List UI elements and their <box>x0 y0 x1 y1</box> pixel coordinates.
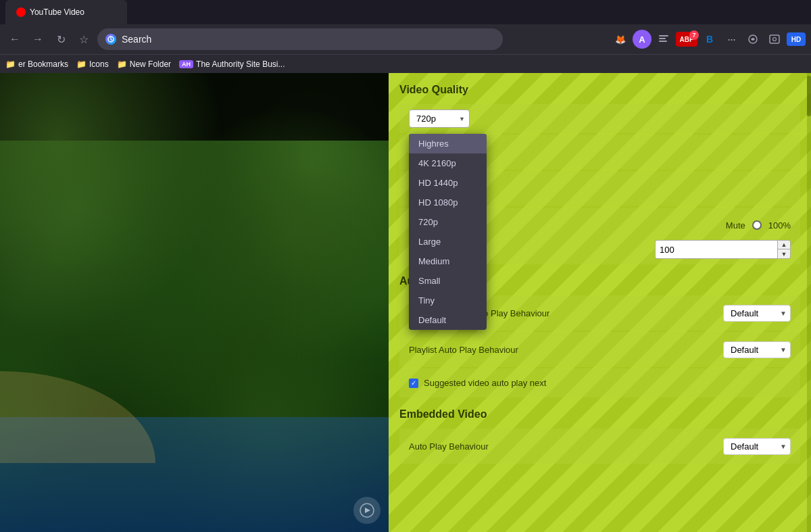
video-quality-card: 720p Highres 4K 2160p HD 1440p HD 1080p … <box>399 104 800 133</box>
active-tab[interactable]: YouTube Video <box>5 0 127 24</box>
settings-panel: Video Quality 720p Highres 4K 2160p HD 1… <box>389 73 811 532</box>
quality-option-720p[interactable]: 720p <box>409 212 487 232</box>
volume-controls: Mute 100% <box>726 220 791 231</box>
bookmark-label-new: New Folder <box>130 59 171 69</box>
bookmark-icon-icons: 📁 <box>76 59 87 69</box>
svg-point-6 <box>773 38 777 41</box>
bing-icon[interactable]: B <box>700 30 719 49</box>
pocket-icon[interactable]: 🦊 <box>611 30 630 49</box>
svg-rect-2 <box>659 38 666 39</box>
playlist-autoplay-label: Playlist Auto Play Behaviour <box>409 345 518 355</box>
embedded-video-section: Embedded Video Auto Play Behaviour Defau… <box>399 408 800 464</box>
search-bar[interactable]: Search <box>97 28 503 50</box>
mute-radio[interactable] <box>752 220 762 230</box>
yt-autoplay-dropdown-wrapper: Default Enabled Disabled ▼ <box>723 305 791 322</box>
quality-option-highres[interactable]: Highres <box>409 134 487 153</box>
bookmark-label-icons: Icons <box>89 59 109 69</box>
video-quality-value: 720p <box>416 114 436 124</box>
tab-favicon <box>16 7 26 17</box>
spinner-up-button[interactable]: ▲ <box>778 240 790 249</box>
browser-chrome: YouTube Video ← → ↻ ☆ Search 🦊 A <box>0 0 811 73</box>
video-watermark <box>353 497 380 524</box>
embedded-autoplay-label: Auto Play Behaviour <box>409 441 489 452</box>
account-icon[interactable]: A <box>633 30 652 49</box>
volume-spinner[interactable]: ▲ ▼ <box>655 240 791 259</box>
volume-pct: 100% <box>768 220 791 231</box>
reader-icon[interactable] <box>654 30 673 49</box>
hd-icon[interactable]: HD <box>787 32 806 46</box>
tab-title: YouTube Video <box>30 7 84 17</box>
quality-option-tiny[interactable]: Tiny <box>409 291 487 310</box>
mute-label: Mute <box>726 220 745 231</box>
video-quality-dropdown-menu: Highres 4K 2160p HD 1440p HD 1080p 720p … <box>409 134 487 330</box>
playlist-autoplay-dropdown-wrapper: Default Enabled Disabled ▼ <box>723 341 791 358</box>
quality-option-hd1080[interactable]: HD 1080p <box>409 193 487 212</box>
quality-option-small[interactable]: Small <box>409 271 487 291</box>
quality-option-hd1440[interactable]: HD 1440p <box>409 173 487 193</box>
bookmark-label-authority: The Authority Site Busi... <box>196 59 285 69</box>
panel-scrollbar-thumb <box>807 76 811 116</box>
playlist-autoplay-card: Playlist Auto Play Behaviour Default Ena… <box>399 332 800 367</box>
video-quality-section: Video Quality 720p Highres 4K 2160p HD 1… <box>399 84 800 264</box>
svg-rect-1 <box>659 35 668 37</box>
search-sync-icon <box>105 34 116 45</box>
bookmark-star-button[interactable]: ☆ <box>74 30 93 49</box>
spinner-down-button[interactable]: ▼ <box>778 249 790 259</box>
playlist-autoplay-dropdown[interactable]: Default Enabled Disabled <box>723 341 791 358</box>
bookmark-authority[interactable]: AH The Authority Site Busi... <box>179 59 285 69</box>
toolbar-icons: 🦊 A ABP B ··· <box>611 30 806 49</box>
more-icon[interactable]: ··· <box>722 30 741 49</box>
quality-option-medium[interactable]: Medium <box>409 251 487 271</box>
embedded-autoplay-card: Auto Play Behaviour Default Enabled Disa… <box>399 429 800 464</box>
embedded-autoplay-row: Auto Play Behaviour Default Enabled Disa… <box>409 434 791 458</box>
tab-bar: YouTube Video <box>0 0 811 24</box>
playlist-autoplay-row: Playlist Auto Play Behaviour Default Ena… <box>409 337 791 362</box>
suggested-autoplay-checkbox[interactable]: ✓ <box>409 379 418 388</box>
search-text: Search <box>122 34 151 45</box>
embedded-autoplay-dropdown[interactable]: Default Enabled Disabled <box>723 438 791 455</box>
bookmark-label-er: er Bookmarks <box>18 59 68 69</box>
embedded-autoplay-dropdown-wrapper: Default Enabled Disabled ▼ <box>723 438 791 455</box>
adblock-icon[interactable]: ABP <box>676 32 697 47</box>
main-content: Video Quality 720p Highres 4K 2160p HD 1… <box>0 73 811 532</box>
bookmark-er[interactable]: 📁 er Bookmarks <box>5 59 68 69</box>
video-background <box>0 73 389 532</box>
quality-option-large[interactable]: Large <box>409 232 487 251</box>
vq-container: 720p Highres 4K 2160p HD 1440p HD 1080p … <box>409 110 791 128</box>
toolbar: ← → ↻ ☆ Search 🦊 A <box>0 24 811 54</box>
quality-option-4k[interactable]: 4K 2160p <box>409 153 487 173</box>
volume-input[interactable] <box>656 241 777 258</box>
suggested-autoplay-label: Suggested video auto play next <box>424 378 546 388</box>
video-quality-dropdown[interactable]: 720p <box>409 110 470 128</box>
spinner-buttons: ▲ ▼ <box>777 240 790 259</box>
extensions-icon[interactable] <box>743 30 762 49</box>
embedded-video-title: Embedded Video <box>399 408 800 420</box>
yt-autoplay-dropdown[interactable]: Default Enabled Disabled <box>723 305 791 322</box>
suggested-autoplay-row: ✓ Suggested video auto play next <box>409 374 791 392</box>
bookmark-new-folder[interactable]: 📁 New Folder <box>117 59 171 69</box>
forward-button[interactable]: → <box>28 30 47 49</box>
suggested-autoplay-card: ✓ Suggested video auto play next <box>399 368 800 397</box>
screenshot-icon[interactable] <box>765 30 784 49</box>
svg-rect-3 <box>659 41 667 42</box>
svg-rect-5 <box>770 35 779 43</box>
panel-scrollbar[interactable] <box>807 73 811 532</box>
video-quality-title: Video Quality <box>399 84 800 96</box>
bookmark-badge-ah: AH <box>179 60 193 68</box>
bookmarks-bar: 📁 er Bookmarks 📁 Icons 📁 New Folder AH T… <box>0 54 811 73</box>
bookmark-icons[interactable]: 📁 Icons <box>76 59 109 69</box>
quality-option-default[interactable]: Default <box>409 310 487 330</box>
back-button[interactable]: ← <box>5 30 24 49</box>
bookmark-icon-er: 📁 <box>5 59 16 69</box>
video-area <box>0 73 389 532</box>
reload-button[interactable]: ↻ <box>51 30 70 49</box>
bookmark-icon-new: 📁 <box>117 59 127 69</box>
